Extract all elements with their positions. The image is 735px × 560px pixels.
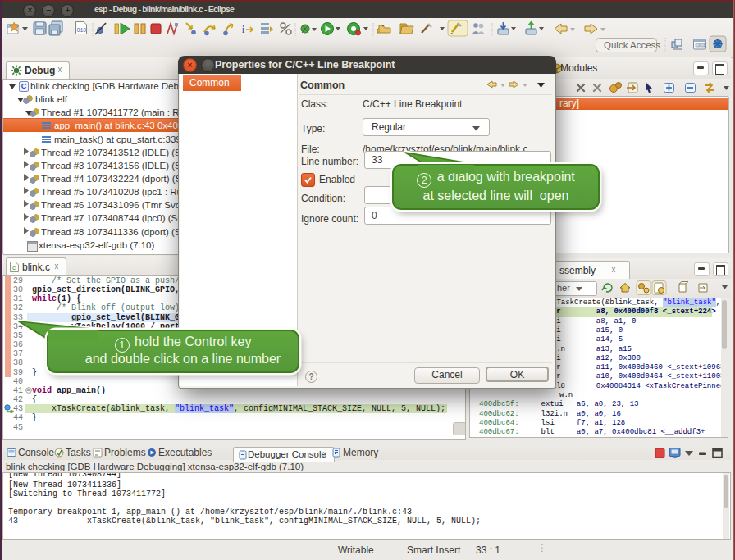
svg-text:Quick Access: Quick Access — [604, 40, 660, 50]
svg-text:010: 010 — [77, 28, 87, 34]
svg-text:c: c — [12, 264, 16, 271]
svg-text:i: i — [242, 24, 245, 35]
svg-text:+: + — [381, 23, 385, 28]
